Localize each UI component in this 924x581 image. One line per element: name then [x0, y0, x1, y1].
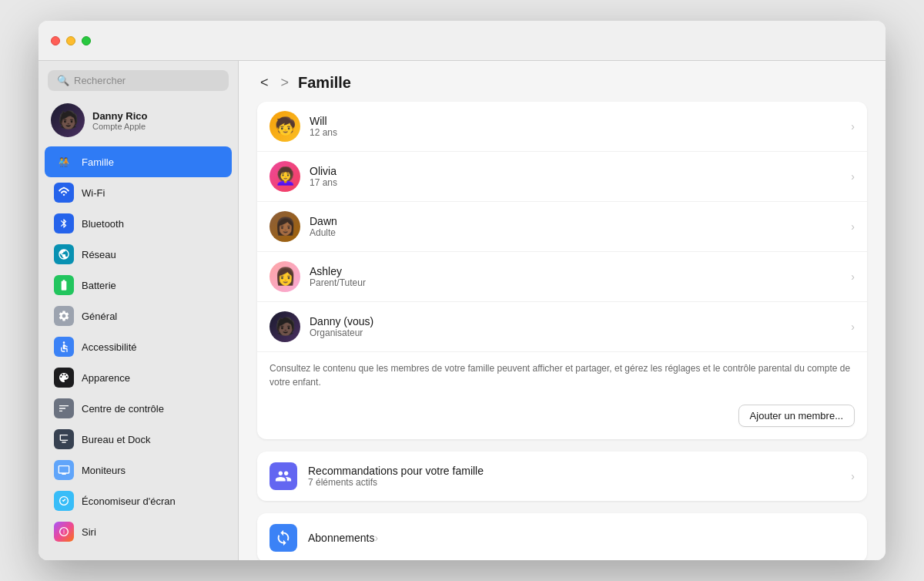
avatar-ashley: 👩 — [270, 261, 300, 292]
member-name-danny: Danny (vous) — [310, 315, 851, 327]
forward-button[interactable]: > — [278, 73, 293, 92]
sidebar-item-label: Économiseur d'écran — [82, 495, 176, 507]
siri-icon — [54, 522, 74, 542]
description-text: Consultez le contenu que les membres de … — [257, 352, 867, 398]
user-profile[interactable]: 🧑🏿 Danny Rico Compte Apple — [38, 97, 238, 146]
bluetooth-icon — [54, 213, 74, 233]
user-name: Danny Rico — [92, 110, 148, 122]
moniteurs-icon — [54, 460, 74, 480]
sidebar-item-centre[interactable]: Centre de contrôle — [45, 393, 232, 424]
member-row-will[interactable]: 🧒 Will 12 ans › — [257, 102, 867, 152]
chevron-right-icon: › — [851, 120, 855, 133]
abonnements-icon — [270, 524, 297, 552]
member-info-will: Will 12 ans — [310, 115, 851, 138]
sidebar-item-wifi[interactable]: Wi-Fi — [45, 177, 232, 208]
member-role-danny: Organisateur — [310, 327, 851, 338]
accessibilite-icon — [54, 337, 74, 357]
search-placeholder: Rechercher — [74, 75, 126, 86]
sidebar-item-label: Centre de contrôle — [82, 403, 164, 415]
sidebar-item-label: Bluetooth — [82, 218, 124, 230]
member-name-olivia: Olivia — [310, 165, 851, 177]
recommandations-icon — [270, 462, 297, 490]
member-info-ashley: Ashley Parent/Tuteur — [310, 265, 851, 288]
avatar-danny: 🧑🏿 — [270, 311, 300, 342]
member-role-ashley: Parent/Tuteur — [310, 277, 851, 288]
search-bar[interactable]: 🔍 Rechercher — [48, 70, 229, 91]
reseau-icon — [54, 244, 74, 264]
sidebar-item-label: Siri — [82, 526, 96, 538]
centre-icon — [54, 398, 74, 418]
sidebar-item-bureau[interactable]: Bureau et Dock — [45, 424, 232, 455]
bureau-icon — [54, 429, 74, 449]
sidebar-item-accessibilite[interactable]: Accessibilité — [45, 331, 232, 362]
abonnements-row[interactable]: Abonnements › — [257, 513, 867, 560]
sidebar-item-label: Moniteurs — [82, 465, 126, 476]
main-window: 🔍 Rechercher 🧑🏿 Danny Rico Compte Apple … — [38, 21, 886, 560]
abonnements-card: Abonnements › — [257, 513, 867, 560]
close-button[interactable] — [51, 36, 60, 45]
back-button[interactable]: < — [257, 73, 272, 92]
recommandations-row[interactable]: Recommandations pour votre famille 7 élé… — [257, 452, 867, 501]
wifi-icon — [54, 183, 74, 203]
members-card: 🧒 Will 12 ans › 👩‍🦱 Olivia 17 ans — [257, 102, 867, 439]
sidebar-item-siri[interactable]: Siri — [45, 516, 232, 547]
avatar-will: 🧒 — [270, 111, 300, 142]
member-row-olivia[interactable]: 👩‍🦱 Olivia 17 ans › — [257, 152, 867, 202]
sidebar-item-bluetooth[interactable]: Bluetooth — [45, 208, 232, 239]
add-member-row: Ajouter un membre... — [257, 398, 867, 439]
general-icon — [54, 306, 74, 326]
member-info-olivia: Olivia 17 ans — [310, 165, 851, 188]
sidebar-item-apparence[interactable]: Apparence — [45, 362, 232, 393]
chevron-right-icon: › — [851, 220, 855, 233]
member-name-will: Will — [310, 115, 851, 127]
sidebar-item-economiseur[interactable]: Économiseur d'écran — [45, 485, 232, 516]
sidebar-item-moniteurs[interactable]: Moniteurs — [45, 455, 232, 485]
avatar-dawn: 👩🏾 — [270, 211, 300, 242]
member-row-dawn[interactable]: 👩🏾 Dawn Adulte › — [257, 202, 867, 252]
sidebar-item-batterie[interactable]: Batterie — [45, 270, 232, 301]
search-container: 🔍 Rechercher — [38, 61, 238, 97]
sidebar-item-label: Wi-Fi — [82, 187, 105, 199]
avatar-olivia: 👩‍🦱 — [270, 161, 300, 192]
chevron-right-icon: › — [374, 532, 378, 544]
member-name-dawn: Dawn — [310, 215, 851, 227]
apparence-icon — [54, 368, 74, 388]
add-member-button[interactable]: Ajouter un membre... — [738, 405, 855, 427]
member-role-olivia: 17 ans — [310, 177, 851, 188]
main-content: < > Famille 🧒 Will 12 ans › — [239, 61, 886, 560]
member-info-dawn: Dawn Adulte — [310, 215, 851, 238]
chevron-right-icon: › — [851, 170, 855, 183]
member-role-dawn: Adulte — [310, 227, 851, 238]
sidebar-item-label: Réseau — [82, 249, 116, 260]
sidebar-item-general[interactable]: Général — [45, 301, 232, 331]
user-subtitle: Compte Apple — [92, 122, 148, 131]
recommandations-info: Recommandations pour votre famille 7 élé… — [308, 465, 851, 488]
titlebar — [38, 21, 886, 61]
avatar: 🧑🏿 — [51, 103, 85, 137]
user-info: Danny Rico Compte Apple — [92, 110, 148, 131]
fullscreen-button[interactable] — [82, 36, 91, 45]
famille-icon: 🧑‍🤝‍🧑 — [54, 152, 74, 172]
chevron-right-icon: › — [851, 321, 855, 333]
sidebar: 🔍 Rechercher 🧑🏿 Danny Rico Compte Apple … — [38, 61, 239, 560]
member-info-danny: Danny (vous) Organisateur — [310, 315, 851, 338]
batterie-icon — [54, 275, 74, 295]
main-header: < > Famille — [239, 61, 886, 102]
economiseur-icon — [54, 491, 74, 511]
sidebar-item-label: Apparence — [82, 372, 130, 384]
sidebar-item-label: Accessibilité — [82, 341, 137, 353]
chevron-right-icon: › — [851, 270, 855, 283]
svg-point-0 — [63, 341, 65, 344]
member-row-ashley[interactable]: 👩 Ashley Parent/Tuteur › — [257, 252, 867, 302]
recommandations-card: Recommandations pour votre famille 7 élé… — [257, 452, 867, 501]
member-row-danny[interactable]: 🧑🏿 Danny (vous) Organisateur › — [257, 302, 867, 352]
recommandations-sub: 7 éléments actifs — [308, 477, 851, 488]
minimize-button[interactable] — [66, 36, 75, 45]
recommandations-name: Recommandations pour votre famille — [308, 465, 851, 477]
sidebar-item-label: Famille — [82, 156, 114, 168]
sidebar-item-reseau[interactable]: Réseau — [45, 239, 232, 270]
sidebar-item-famille[interactable]: 🧑‍🤝‍🧑 Famille — [45, 146, 232, 177]
abonnements-name: Abonnements — [308, 532, 374, 544]
page-title: Famille — [298, 74, 351, 92]
search-icon: 🔍 — [57, 75, 69, 86]
